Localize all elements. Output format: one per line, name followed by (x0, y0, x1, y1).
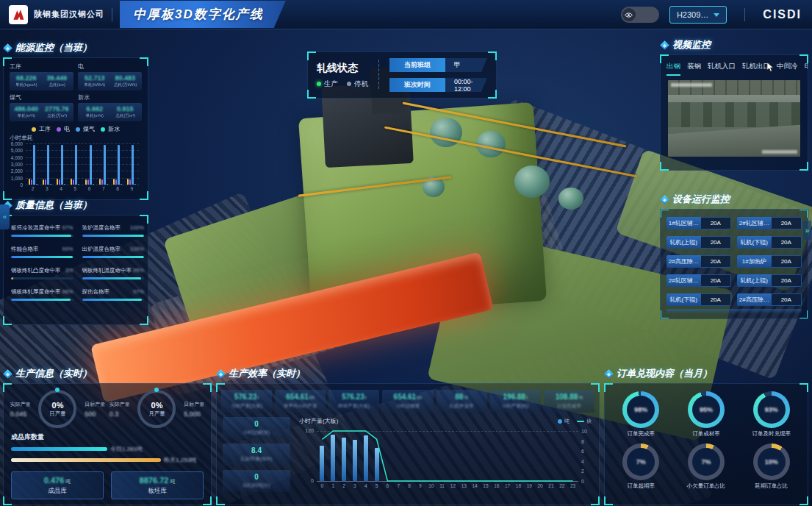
energy-value-label: 单耗(m³/t) (82, 113, 107, 119)
equipment-item: 2#轧区辅… 20A (737, 217, 802, 229)
side-stat: 0 小时过钢(块) (223, 417, 290, 439)
equipment-current: 20A (701, 236, 731, 249)
stock-box: 0.476吨 成品库 (11, 471, 104, 499)
quality-item: 钢板终轧厚度命中率96% (11, 288, 73, 301)
legend-item: 新水 (101, 125, 120, 133)
status-legend-item: 停机 (347, 79, 368, 89)
quality-progress-bar (82, 235, 145, 237)
efficiency-stat: 576.23t 昨班产量(大板) (328, 390, 379, 413)
equipment-list-overflow (667, 309, 802, 314)
equipment-name: 2#轧区辅… (667, 274, 701, 287)
equipment-current: 20A (701, 274, 731, 287)
output-gauge: 0% 日产量 (38, 390, 76, 428)
quality-items: 板坯冷装温度命中率97% 装炉温度合格率100% 性能合格率99% (4, 215, 148, 310)
energy-value: 39.449 (42, 74, 73, 82)
energy-value-label: 总耗(万m³) (44, 113, 70, 119)
company-logo-icon (9, 5, 28, 24)
efficiency-stat: 576.23t 当班产量(大板) (221, 390, 272, 413)
gauge-label: 月产量 (148, 410, 165, 418)
production-gauge-set: 实际产量0.045 0% 日产量 目标产量500 (8, 390, 107, 428)
video-tab[interactable]: 中间冷 (777, 62, 798, 76)
quality-percent: 99% (62, 246, 73, 253)
energy-value: 486.040 (11, 105, 42, 113)
video-tab[interactable]: 电动热… (805, 62, 808, 76)
quality-progress-bar (11, 235, 73, 237)
diamond-icon (660, 195, 669, 204)
equipment-item: 轧机(上辊) 20A (667, 236, 731, 249)
video-tab[interactable]: 轧机入口 (708, 62, 736, 76)
shift-badge: 当前班组 甲 (389, 58, 487, 72)
energy-panel-title: 能源监控（当班） (3, 40, 148, 57)
cctv-ceiling (668, 80, 800, 95)
quality-progress-bar (82, 299, 145, 301)
panel-collapse-handle-left[interactable]: « (0, 204, 10, 229)
legend-dot-icon (57, 127, 61, 132)
cctv-thumbnail[interactable] (668, 80, 800, 157)
heat-number-select[interactable]: H2309… (669, 6, 727, 24)
equipment-name: 轧机(上辊) (667, 236, 701, 249)
video-tab[interactable]: 出钢 (667, 62, 680, 76)
energy-group: 新水 6.662单耗(m³/t) 0.915总耗(万m³) (78, 93, 142, 121)
stock-bar-text: 昨天1,253吨 (164, 456, 196, 464)
energy-group: 煤气 486.040单耗(m³/t) 2775.76总耗(万m³) (10, 93, 73, 121)
donut-label: 订单完成率 (628, 430, 655, 438)
video-panel: 视频监控 出钢装钢轧机入口轧机出口中间冷电动热… (660, 37, 808, 171)
legend-item: 工序 (32, 125, 51, 133)
donut-label: 订单成材率 (692, 430, 720, 438)
stock-bar-row: 昨天1,253吨 (4, 453, 211, 464)
donut-percent: 7% (636, 458, 646, 466)
quality-progress-bar (11, 277, 73, 279)
equipment-current: 20A (772, 255, 802, 268)
stat-value: 576.23t (223, 393, 270, 401)
production-gauge-set: 实际产量0.3 0% 月产量 目标产量5,000 (107, 390, 206, 428)
efficiency-stat: 654.61t/h 班平均小时产量 (275, 390, 326, 413)
energy-group-values: 52.713单耗(kWh/t) 80.483总耗(万kWh) (78, 72, 142, 90)
energy-group-name: 工序 (10, 63, 73, 71)
legend-item: 块 (577, 418, 592, 425)
header-divider (744, 8, 745, 21)
quality-panel: 质量信息（当班） 板坯冷装温度命中率97% 装炉温度合格率100% (3, 197, 148, 325)
side-stat-label: 小时过钢(块) (223, 430, 290, 436)
panel-collapse-handle-right[interactable]: » (803, 221, 811, 240)
efficiency-stat: 88% 轧机作业率 (436, 390, 487, 413)
donut-percent: 95% (700, 406, 713, 413)
quality-item: 出炉温度合格率100% (82, 246, 145, 258)
equipment-name: 2#高压除… (737, 293, 772, 306)
donut-ring: 7% (688, 443, 725, 480)
stat-value: 654.61t/h (276, 393, 324, 401)
stat-value: 576.23t (330, 393, 378, 401)
quality-progress-bar (11, 299, 73, 301)
quality-label: 板坯冷装温度命中率 (11, 224, 61, 232)
status-legend-item: 生产 (317, 79, 338, 89)
video-tab[interactable]: 轧机出口 (742, 62, 770, 76)
visibility-toggle[interactable] (621, 7, 659, 23)
status-dot-icon (347, 82, 351, 86)
equipment-item: 1#加热炉 20A (737, 255, 802, 268)
diamond-icon (660, 40, 669, 50)
stock-boxes: 0.476吨 成品库 8876.72吨 板坯库 (4, 464, 211, 506)
quality-label: 钢板终轧厚度命中率 (11, 288, 61, 296)
side-stat: 0 待轧时间(分) (223, 470, 290, 492)
energy-group-values: 68.226单耗(kgce/t) 39.449总耗(tce) (10, 72, 73, 90)
side-stat-label: 待轧时间(分) (223, 482, 290, 489)
quality-percent: 100% (130, 246, 144, 253)
energy-value: 6.662 (79, 105, 110, 113)
equipment-item: 2#高压除… 20A (737, 293, 802, 306)
stat-value: 108.88% (545, 393, 593, 401)
video-tab[interactable]: 装钢 (687, 62, 701, 76)
energy-group-name: 煤气 (10, 93, 73, 101)
chevron-down-icon (714, 13, 719, 17)
stat-label: 班平均小时产量 (276, 403, 324, 410)
output-gauge: 0% 月产量 (137, 390, 176, 428)
order-donut: 93% 订单及时兑现率 (752, 391, 791, 438)
stock-value: 0.476 (44, 476, 65, 485)
quality-percent: 95% (133, 267, 144, 274)
quality-item: 性能合格率99% (11, 246, 73, 258)
energy-group-values: 486.040单耗(m³/t) 2775.76总耗(万m³) (10, 103, 73, 121)
video-panel-title: 视频监控 (660, 37, 808, 54)
badge-label: 班次时间 (389, 78, 445, 92)
energy-value: 2775.76 (42, 105, 73, 113)
quality-label: 钢板终轧凸度命中率 (11, 267, 61, 274)
quality-item: 装炉温度合格率100% (82, 224, 145, 237)
donut-ring: 98% (622, 391, 659, 428)
